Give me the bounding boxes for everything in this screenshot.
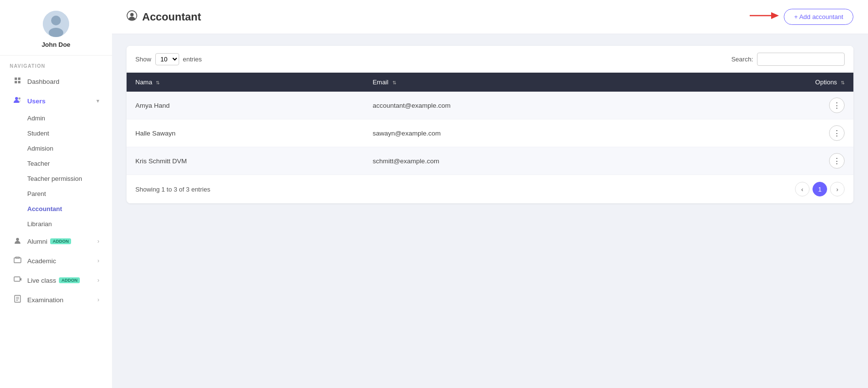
col-options: Options ⇅ xyxy=(692,73,853,92)
page-1-btn[interactable]: 1 xyxy=(813,182,827,196)
sidebar-item-live-class[interactable]: Live class addon › xyxy=(3,271,109,290)
page-title-area: Accountant xyxy=(127,10,201,23)
avatar xyxy=(43,11,69,37)
live-class-icon xyxy=(13,275,22,285)
svg-point-1 xyxy=(51,16,61,25)
alumni-icon xyxy=(13,236,22,246)
sidebar-item-accountant[interactable]: Accountant xyxy=(3,202,109,216)
sidebar-item-librarian[interactable]: Librarian xyxy=(3,217,109,231)
sidebar: John Doe NAVIGATION Dashboard Users ▾ Ad… xyxy=(0,0,112,388)
users-icon xyxy=(13,96,22,106)
alumni-addon-badge: addon xyxy=(50,238,71,244)
arrow-container: + Add accountant xyxy=(750,9,853,25)
table-header-row: Nama ⇅ Email ⇅ Options ⇅ xyxy=(127,73,853,92)
page-header: Accountant + Add accountant xyxy=(112,0,868,34)
users-label: Users xyxy=(27,97,46,105)
content-area: Show 10 25 50 entries Search: xyxy=(112,34,868,215)
cell-options: ⋮ xyxy=(692,119,853,147)
nav-label: NAVIGATION xyxy=(0,56,112,72)
sidebar-item-admision[interactable]: Admision xyxy=(3,141,109,155)
sidebar-item-users[interactable]: Users ▾ xyxy=(3,92,109,110)
academic-chevron: › xyxy=(97,257,99,264)
name-sort-icon[interactable]: ⇅ xyxy=(156,80,160,85)
main-content: Accountant + Add accountant Show 10 25 xyxy=(112,0,868,388)
options-sort-icon[interactable]: ⇅ xyxy=(841,80,845,85)
live-class-chevron: › xyxy=(97,277,99,284)
pagination: ‹ 1 › xyxy=(795,182,845,196)
sidebar-header: John Doe xyxy=(0,0,112,56)
row-options-btn[interactable]: ⋮ xyxy=(829,97,845,113)
examination-chevron: › xyxy=(97,296,99,303)
table-row: Kris Schmitt DVM schmitt@example.com ⋮ xyxy=(127,147,853,175)
svg-point-4 xyxy=(18,97,20,99)
svg-point-5 xyxy=(16,238,19,241)
table-footer: Showing 1 to 3 of 3 entries ‹ 1 › xyxy=(127,175,853,203)
svg-point-14 xyxy=(130,13,134,17)
cell-email: accountant@example.com xyxy=(364,92,692,119)
email-sort-icon[interactable]: ⇅ xyxy=(392,80,396,85)
arrow-right-icon xyxy=(750,9,779,25)
alumni-chevron: › xyxy=(97,238,99,245)
sidebar-item-student[interactable]: Student xyxy=(3,126,109,140)
table-controls: Show 10 25 50 entries Search: xyxy=(127,46,853,73)
users-chevron: ▾ xyxy=(96,97,99,104)
entries-select[interactable]: 10 25 50 xyxy=(155,53,179,65)
table-row: Amya Hand accountant@example.com ⋮ xyxy=(127,92,853,119)
sidebar-item-teacher[interactable]: Teacher xyxy=(3,156,109,171)
entries-label: entries xyxy=(183,56,202,63)
cell-name: Halle Sawayn xyxy=(127,119,364,147)
dashboard-label: Dashboard xyxy=(27,78,59,85)
dashboard-icon xyxy=(13,77,22,86)
page-title: Accountant xyxy=(142,11,201,23)
cell-name: Kris Schmitt DVM xyxy=(127,147,364,175)
cell-email: schmitt@example.com xyxy=(364,147,692,175)
sidebar-item-admin[interactable]: Admin xyxy=(3,111,109,125)
accountants-table: Nama ⇅ Email ⇅ Options ⇅ xyxy=(127,73,853,175)
sidebar-item-parent[interactable]: Parent xyxy=(3,187,109,201)
show-label: Show xyxy=(135,56,151,63)
col-email: Email ⇅ xyxy=(364,73,692,92)
cell-options: ⋮ xyxy=(692,92,853,119)
row-options-btn[interactable]: ⋮ xyxy=(829,153,845,169)
search-area: Search: xyxy=(731,53,845,66)
svg-point-3 xyxy=(15,97,18,100)
search-label: Search: xyxy=(731,56,753,63)
page-title-icon xyxy=(127,10,137,23)
table-row: Halle Sawayn sawayn@example.com ⋮ xyxy=(127,119,853,147)
sidebar-item-examination[interactable]: Examination › xyxy=(3,291,109,309)
academic-icon xyxy=(13,256,22,266)
sidebar-item-academic[interactable]: Academic › xyxy=(3,252,109,270)
add-accountant-button[interactable]: + Add accountant xyxy=(784,9,853,25)
col-name: Nama ⇅ xyxy=(127,73,364,92)
search-input[interactable] xyxy=(757,53,845,66)
live-class-addon-badge: addon xyxy=(59,277,80,283)
show-entries: Show 10 25 50 entries xyxy=(135,53,202,65)
row-options-btn[interactable]: ⋮ xyxy=(829,125,845,141)
examination-icon xyxy=(13,295,22,305)
cell-options: ⋮ xyxy=(692,147,853,175)
table-container: Show 10 25 50 entries Search: xyxy=(127,46,853,203)
svg-rect-8 xyxy=(14,277,20,281)
footer-text: Showing 1 to 3 of 3 entries xyxy=(135,186,210,193)
next-page-btn[interactable]: › xyxy=(830,182,845,196)
cell-name: Amya Hand xyxy=(127,92,364,119)
sidebar-item-teacher-permission[interactable]: Teacher permission xyxy=(3,172,109,186)
user-name: John Doe xyxy=(41,41,70,48)
svg-marker-16 xyxy=(771,12,779,19)
prev-page-btn[interactable]: ‹ xyxy=(795,182,810,196)
sidebar-item-dashboard[interactable]: Dashboard xyxy=(3,72,109,91)
sidebar-item-alumni[interactable]: Alumni addon › xyxy=(3,232,109,251)
cell-email: sawayn@example.com xyxy=(364,119,692,147)
